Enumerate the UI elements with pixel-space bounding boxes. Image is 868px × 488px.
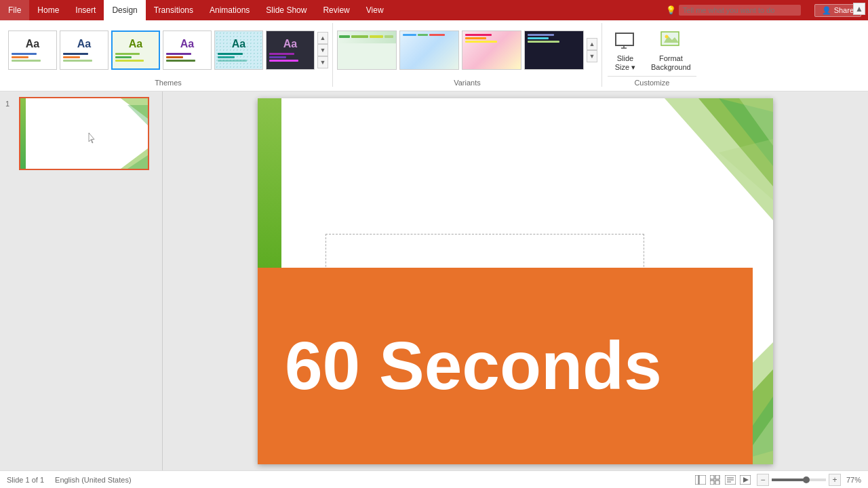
slide-size-icon (613, 28, 637, 53)
svg-rect-19 (715, 475, 719, 479)
variants-label: Variants (337, 77, 597, 87)
lightbulb-icon: 💡 (666, 5, 676, 15)
search-input[interactable] (679, 5, 801, 16)
language-info: English (United States) (55, 476, 132, 484)
tab-home[interactable]: Home (29, 0, 67, 20)
svg-rect-16 (695, 475, 698, 485)
themes-scroll: ▲ ▼ ▼ (317, 30, 328, 70)
customize-label: Customize (608, 76, 696, 87)
theme-item-2[interactable]: Aa (60, 30, 108, 70)
slide-size-label: SlideSize ▾ (615, 54, 635, 72)
svg-rect-17 (699, 475, 706, 485)
themes-scroll-down[interactable]: ▼ (317, 56, 328, 68)
orange-overlay: 60 Seconds (258, 268, 753, 464)
tab-file[interactable]: File (0, 0, 29, 20)
canvas-area: Click to add title subtitle 60 Seconds (163, 92, 868, 470)
zoom-level[interactable]: 77% (846, 476, 861, 484)
normal-view-icon[interactable] (694, 474, 707, 486)
slide-number: 1 (5, 100, 15, 108)
svg-marker-4 (127, 105, 148, 125)
variants-section: ▲ ▼ Variants (333, 23, 602, 87)
theme-item-1[interactable]: Aa (8, 30, 57, 70)
zoom-slider[interactable] (772, 479, 826, 481)
theme-item-6[interactable]: Aa (266, 30, 315, 70)
slide-canvas[interactable]: Click to add title subtitle 60 Seconds (258, 98, 773, 464)
slide-list-item: 1 (5, 97, 157, 170)
svg-rect-18 (710, 475, 714, 479)
reading-view-icon[interactable] (724, 474, 736, 486)
slide-thumbnail-1[interactable] (19, 97, 149, 170)
format-bg-icon (658, 28, 683, 53)
zoom-out-button[interactable]: − (757, 474, 769, 486)
variant-item-1[interactable] (337, 30, 397, 70)
slideshow-view-icon[interactable] (739, 474, 751, 486)
svg-point-2 (665, 35, 669, 39)
tab-design[interactable]: Design (104, 0, 145, 20)
customize-section: SlideSize ▾ FormatBackgrou (602, 23, 702, 87)
tab-slideshow[interactable]: Slide Show (258, 0, 315, 20)
ribbon-collapse-button[interactable]: ▲ (853, 3, 865, 15)
tab-transitions[interactable]: Transitions (146, 0, 201, 20)
tab-review[interactable]: Review (315, 0, 357, 20)
tab-animations[interactable]: Animations (201, 0, 258, 20)
themes-label: Themes (8, 77, 328, 87)
theme-item-5[interactable]: Aa (214, 30, 263, 70)
themes-scroll-up[interactable]: ▲ (317, 32, 328, 44)
variants-scroll-down[interactable]: ▼ (587, 50, 597, 62)
svg-rect-21 (715, 481, 719, 485)
overlay-text: 60 Seconds (285, 327, 662, 405)
person-icon: 👤 (822, 6, 831, 15)
status-bar: Slide 1 of 1 English (United States) (0, 470, 868, 488)
themes-scroll-more[interactable]: ▼ (317, 44, 328, 56)
format-background-label: FormatBackground (651, 54, 691, 72)
format-background-button[interactable]: FormatBackground (646, 26, 696, 75)
tab-insert[interactable]: Insert (67, 0, 104, 20)
zoom-in-button[interactable]: + (829, 474, 841, 486)
variant-item-2[interactable] (399, 30, 459, 70)
variants-scroll: ▲ ▼ (587, 37, 597, 64)
svg-rect-20 (710, 481, 714, 485)
variant-item-3[interactable] (462, 30, 521, 70)
tab-view[interactable]: View (358, 0, 392, 20)
theme-item-3[interactable]: Aa (111, 30, 160, 70)
svg-marker-27 (743, 477, 749, 483)
theme-item-4[interactable]: Aa (163, 30, 212, 70)
svg-rect-0 (616, 33, 633, 45)
slide-size-button[interactable]: SlideSize ▾ (608, 26, 643, 75)
slides-panel: 1 (0, 92, 163, 470)
variant-item-4[interactable] (524, 30, 584, 70)
slide-sorter-icon[interactable] (709, 474, 722, 486)
themes-section: Aa Aa (4, 23, 333, 87)
slide-info: Slide 1 of 1 (7, 476, 44, 484)
variants-scroll-up[interactable]: ▲ (587, 38, 597, 50)
